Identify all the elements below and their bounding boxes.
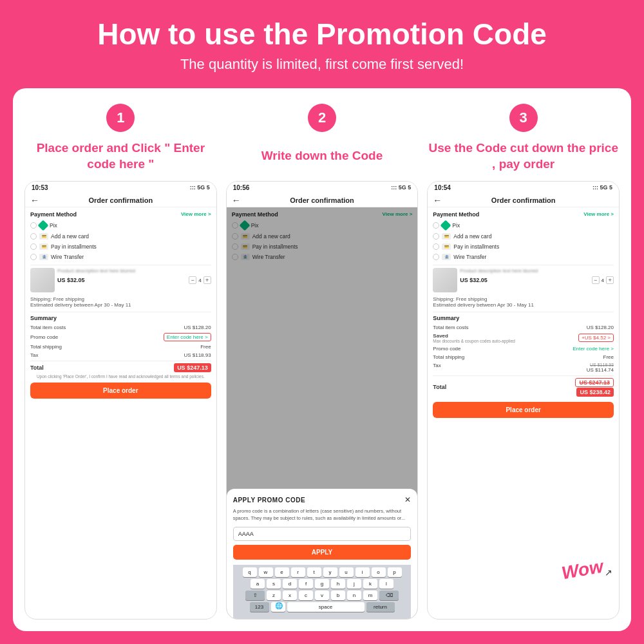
key-i[interactable]: i — [355, 567, 370, 577]
radio-install — [30, 243, 37, 250]
step-1-back-icon[interactable]: ← — [30, 195, 39, 205]
step-3-tax-crossed: US $118.93 — [590, 363, 614, 367]
step-1-view-more[interactable]: View more > — [181, 211, 211, 218]
key-y[interactable]: y — [323, 567, 337, 577]
qty-minus-3[interactable]: − — [592, 276, 600, 284]
step-3-place-order[interactable]: Place order — [433, 402, 614, 418]
key-v[interactable]: v — [315, 591, 329, 600]
key-r[interactable]: r — [291, 567, 305, 577]
qty-plus-3[interactable]: + — [606, 276, 614, 284]
key-l[interactable]: l — [379, 579, 393, 589]
apply-button[interactable]: APPLY — [233, 545, 412, 560]
step-3-view-more[interactable]: View more > — [583, 211, 614, 218]
key-g[interactable]: g — [315, 579, 329, 589]
step-3-pay-card[interactable]: 💳 Add a new card — [433, 231, 614, 242]
step-3-product-row: Product description text here blurred US… — [433, 268, 614, 292]
promo-code-input[interactable] — [233, 527, 412, 541]
card-icon-3: 💳 — [442, 233, 451, 240]
modal-backdrop[interactable] — [227, 207, 418, 489]
key-t[interactable]: t — [307, 567, 321, 577]
key-n[interactable]: n — [347, 591, 361, 600]
key-c[interactable]: c — [299, 591, 313, 600]
step-1-pay-pix[interactable]: Pix — [30, 220, 211, 231]
step-3-product-img — [433, 268, 457, 292]
wow-text: Wow — [560, 556, 604, 584]
qty-plus[interactable]: + — [204, 276, 211, 284]
promo-modal-header: APPLY PROMO CODE ✕ — [233, 495, 412, 504]
key-d[interactable]: d — [283, 579, 297, 589]
step-1-total-label: Total — [30, 365, 44, 371]
step-1-nav: ← Order confirmation — [25, 194, 216, 207]
key-a[interactable]: a — [251, 579, 265, 589]
step-3-pay-wire[interactable]: 🏦 Wire Transfer — [433, 252, 614, 262]
key-f[interactable]: f — [299, 579, 313, 589]
step-3-nav: ← Order confirmation — [428, 194, 619, 207]
step-3-summary-title: Summary — [433, 315, 614, 321]
step-3-total-items: Total item costs US $128.20 — [433, 323, 614, 332]
step-3-promo-row[interactable]: Promo code Enter code here > — [433, 345, 614, 353]
key-j[interactable]: j — [347, 579, 361, 589]
step-3-qty-control[interactable]: − 4 + — [592, 276, 614, 284]
step-2-time: 10:56 — [233, 184, 250, 191]
key-o[interactable]: o — [372, 567, 386, 577]
step-1-pay-card[interactable]: 💳 Add a new card — [30, 231, 211, 242]
promo-modal-desc: A promo code is a combination of letters… — [233, 508, 412, 522]
key-w[interactable]: w — [259, 567, 273, 577]
keyboard-row-2: a s d f g h j k l — [235, 579, 410, 589]
qty-minus[interactable]: − — [189, 276, 196, 284]
qty-value-3: 4 — [601, 278, 604, 283]
key-shift[interactable]: ⇧ — [245, 591, 265, 600]
key-b[interactable]: b — [331, 591, 345, 600]
step-1-terms: Upon clicking 'Place Order', I confirm I… — [30, 374, 211, 379]
promo-modal: APPLY PROMO CODE ✕ A promo code is a com… — [227, 489, 418, 619]
step-3-enter-code[interactable]: Enter code here > — [573, 346, 614, 352]
promo-modal-close-icon[interactable]: ✕ — [404, 495, 411, 504]
step-1-total-row: Total US $247.13 — [30, 361, 211, 374]
step-3-back-icon[interactable]: ← — [433, 195, 442, 205]
enter-code-button[interactable]: Enter code here > — [164, 333, 211, 341]
key-p[interactable]: p — [388, 567, 402, 577]
step-1-promo-row[interactable]: Promo code Enter code here > — [30, 332, 211, 343]
step-1-tax-row: Tax US $118.93 — [30, 351, 211, 359]
key-123[interactable]: 123 — [250, 602, 269, 612]
key-e[interactable]: e — [275, 567, 289, 577]
key-k[interactable]: k — [363, 579, 377, 589]
key-space[interactable]: space — [287, 602, 365, 612]
key-q[interactable]: q — [243, 567, 257, 577]
install-icon: 💳 — [39, 243, 48, 250]
key-return[interactable]: return — [366, 602, 395, 612]
step-3-label: Use the Code cut down the price , pay or… — [427, 138, 620, 175]
step-1-product-info: Product description text here blurred US… — [57, 268, 211, 292]
step-1-place-order[interactable]: Place order — [30, 383, 211, 399]
key-x[interactable]: x — [283, 591, 297, 600]
radio-pix — [30, 222, 37, 229]
step-2-phone: 10:56 ::: 5G 5 ← Order confirmation Paym… — [226, 181, 419, 620]
key-u[interactable]: u — [339, 567, 354, 577]
pix-icon-3 — [440, 220, 451, 231]
step-1-total-items: Total item costs US $128.20 — [30, 323, 211, 332]
key-z[interactable]: z — [267, 591, 281, 600]
key-m[interactable]: m — [363, 591, 377, 600]
step-1-qty-control[interactable]: − 4 + — [189, 276, 211, 284]
key-s[interactable]: s — [267, 579, 281, 589]
step-3-phone: 10:54 ::: 5G 5 ← Order confirmation Paym… — [427, 181, 620, 620]
promo-modal-overlay: APPLY PROMO CODE ✕ A promo code is a com… — [227, 207, 418, 619]
step-2-back-icon[interactable]: ← — [232, 195, 241, 205]
key-emoji[interactable]: 🌐 — [271, 602, 285, 612]
step-3-pay-pix[interactable]: Pix — [433, 220, 614, 231]
step-2-status-bar: 10:56 ::: 5G 5 — [227, 182, 418, 194]
step-2-badge: 2 — [308, 104, 336, 132]
key-h[interactable]: h — [331, 579, 345, 589]
wire-icon: 🏦 — [39, 254, 48, 260]
key-backspace[interactable]: ⌫ — [379, 591, 399, 600]
step-1-pay-wire[interactable]: 🏦 Wire Transfer — [30, 252, 211, 262]
arrow-icon: ↗ — [605, 567, 612, 578]
step-1-nav-title: Order confirmation — [89, 196, 153, 204]
keyboard: q w e r t y u i o p — [233, 565, 412, 619]
step-3-pay-install[interactable]: 💳 Pay in installments — [433, 242, 614, 252]
step-2-nav-title: Order confirmation — [290, 196, 354, 204]
step-3-signal: ::: 5G 5 — [592, 184, 612, 191]
step-1-pay-install[interactable]: 💳 Pay in installments — [30, 242, 211, 252]
step-3-total-crossed: US $247.13 — [575, 378, 614, 387]
step-1-col: 1 Place order and Click " Enter code her… — [24, 104, 217, 620]
